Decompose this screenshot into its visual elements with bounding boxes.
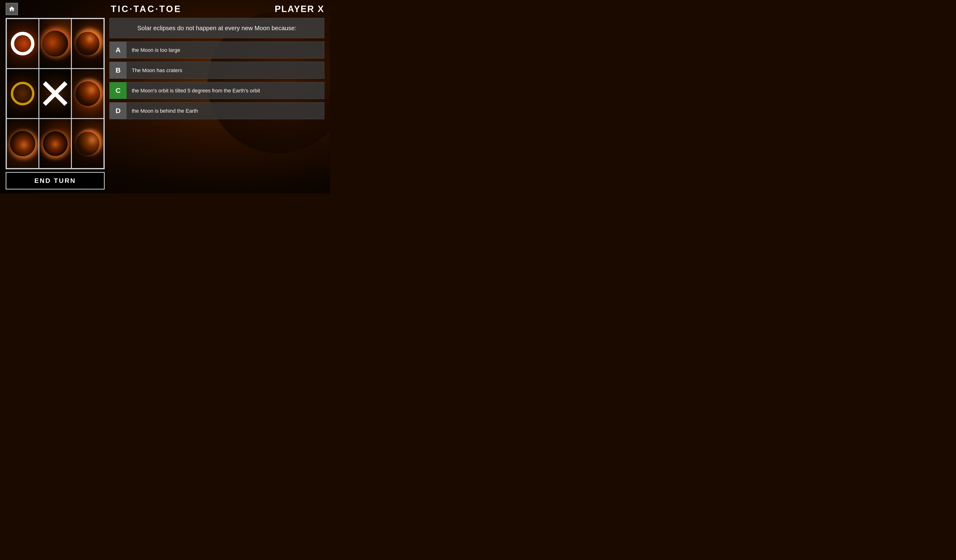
cell-6[interactable] [71, 69, 104, 118]
answer-option-c[interactable]: C the Moon's orbit is tilted 5 degrees f… [109, 82, 324, 99]
cell-2[interactable] [39, 19, 71, 69]
cell-5[interactable] [39, 69, 71, 118]
cell-7-planet [10, 131, 35, 156]
mark-o-gold-4 [11, 82, 35, 105]
mark-o-white-1 [11, 32, 35, 55]
home-icon [8, 6, 15, 12]
app-container: TIC·TAC·TOE PLAYER X [0, 0, 330, 193]
mark-x-5 [42, 80, 68, 107]
cell-4[interactable] [6, 69, 39, 118]
answer-text-d: the Moon is behind the Earth [127, 104, 203, 118]
answer-letter-a: A [110, 42, 127, 58]
cell-1[interactable] [6, 19, 39, 69]
right-panel: Solar eclipses do not happen at every ne… [109, 18, 324, 189]
answer-letter-d: D [110, 102, 127, 119]
cell-8[interactable] [39, 118, 71, 168]
cell-7[interactable] [6, 118, 39, 168]
answer-letter-c: C [110, 82, 127, 99]
main-content: END TURN Solar eclipses do not happen at… [0, 18, 330, 193]
end-turn-button[interactable]: END TURN [6, 172, 105, 189]
cell-9-planet [76, 132, 99, 155]
cell-3[interactable] [71, 19, 104, 69]
tictactoe-board [6, 18, 105, 169]
answer-option-d[interactable]: D the Moon is behind the Earth [109, 102, 324, 119]
left-panel: END TURN [6, 18, 105, 189]
home-button[interactable] [6, 3, 18, 15]
cell-9[interactable] [71, 118, 104, 168]
player-label: PLAYER X [275, 4, 324, 14]
cell-2-planet [42, 31, 68, 57]
answer-text-b: The Moon has craters [127, 64, 187, 77]
cell-6-planet [75, 81, 100, 106]
question-text: Solar eclipses do not happen at every ne… [109, 18, 324, 38]
header: TIC·TAC·TOE PLAYER X [0, 0, 330, 18]
answer-letter-b: B [110, 62, 127, 79]
answer-option-a[interactable]: A the Moon is too large [109, 41, 324, 58]
cell-3-planet [76, 32, 99, 55]
game-title: TIC·TAC·TOE [23, 4, 270, 14]
cell-8-planet [43, 131, 68, 156]
answer-option-b[interactable]: B The Moon has craters [109, 62, 324, 79]
answer-text-c: the Moon's orbit is tilted 5 degrees fro… [127, 84, 265, 98]
answer-text-a: the Moon is too large [127, 43, 185, 57]
